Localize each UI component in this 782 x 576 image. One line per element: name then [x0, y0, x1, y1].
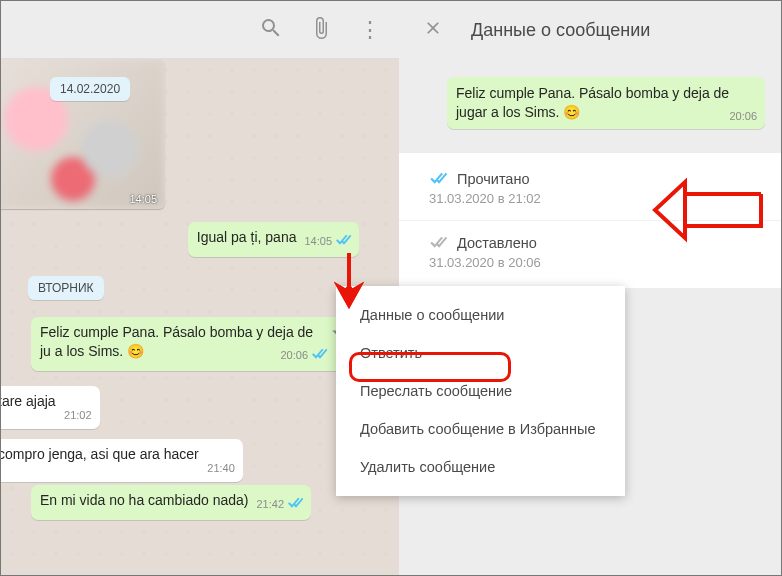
date-separator: ВТОРНИК: [28, 276, 104, 300]
read-ticks-icon: [429, 171, 447, 187]
status-read-label: Прочитано: [457, 171, 530, 187]
message-time: 21:40: [207, 459, 235, 478]
status-card: Прочитано 31.03.2020 в 21:02 Доставлено …: [399, 153, 781, 288]
message-meta: 21:42: [256, 495, 303, 514]
message-time: 21:42: [256, 495, 284, 514]
attachment-icon[interactable]: [309, 16, 333, 44]
message-incoming[interactable]: tare ajaja 21:02: [1, 386, 100, 429]
message-meta: 14:05: [304, 232, 351, 251]
read-ticks-icon: [287, 495, 303, 514]
status-read-time: 31.03.2020 в 21:02: [429, 191, 751, 206]
menu-item-delete[interactable]: Удалить сообщение: [336, 448, 625, 486]
context-menu: Данные о сообщении Ответить Переслать со…: [336, 286, 625, 496]
info-quote-text: Feliz cumple Pana. Pásalo bomba y deja d…: [456, 85, 729, 120]
message-incoming[interactable]: compro jenga, asi que ara hacer 21:40: [1, 439, 243, 482]
message-time: 20:06: [280, 346, 308, 365]
info-quote-time: 20:06: [729, 107, 757, 126]
message-text: Igual pa ți, pana: [197, 229, 297, 245]
message-text: tare ajaja: [1, 393, 56, 409]
close-icon[interactable]: [423, 18, 443, 43]
date-separator: 14.02.2020: [50, 77, 130, 101]
info-quoted-message: Feliz cumple Pana. Pásalo bomba y deja d…: [447, 77, 765, 129]
search-icon[interactable]: [259, 16, 283, 44]
status-delivered-label: Доставлено: [457, 235, 537, 251]
info-title: Данные о сообщении: [471, 20, 650, 41]
message-outgoing[interactable]: En mi vida no ha cambiado nada) 21:42: [31, 485, 311, 520]
status-delivered-time: 31.03.2020 в 20:06: [429, 255, 751, 270]
app-root: ⋮ 14:05 14.02.2020 Igual pa ți, pana 14:…: [0, 0, 782, 576]
chat-header: ⋮: [1, 1, 399, 59]
info-header: Данные о сообщении: [399, 1, 781, 59]
menu-item-star[interactable]: Добавить сообщение в Избранные: [336, 410, 625, 448]
message-text: compro jenga, asi que ara hacer: [1, 446, 199, 462]
message-meta: 20:06: [280, 346, 327, 365]
menu-icon[interactable]: ⋮: [359, 19, 381, 41]
image-time: 14:05: [129, 193, 157, 205]
message-time: 14:05: [304, 232, 332, 251]
read-ticks-icon: [311, 346, 327, 365]
message-text: Feliz cumple Pana. Pásalo bomba y deja d…: [40, 324, 313, 359]
menu-item-reply[interactable]: Ответить: [336, 334, 625, 372]
message-outgoing[interactable]: Igual pa ți, pana 14:05: [188, 222, 359, 257]
status-delivered: Доставлено 31.03.2020 в 20:06: [399, 220, 781, 284]
delivered-ticks-icon: [429, 235, 447, 251]
read-ticks-icon: [335, 232, 351, 251]
status-read: Прочитано 31.03.2020 в 21:02: [399, 157, 781, 220]
message-time: 21:02: [64, 406, 92, 425]
message-outgoing-selected[interactable]: Feliz cumple Pana. Pásalo bomba y deja d…: [31, 317, 351, 371]
menu-item-forward[interactable]: Переслать сообщение: [336, 372, 625, 410]
message-text: En mi vida no ha cambiado nada): [40, 492, 249, 508]
menu-item-info[interactable]: Данные о сообщении: [336, 296, 625, 334]
